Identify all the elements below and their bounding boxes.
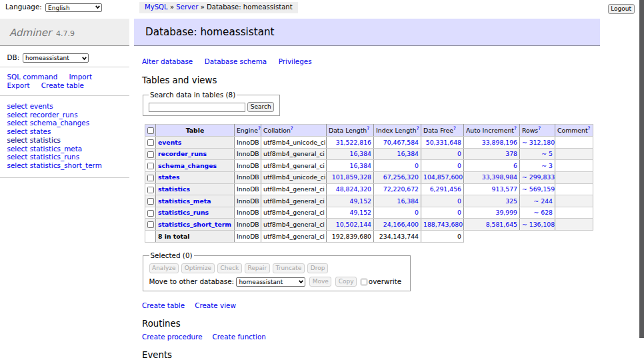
- table-name-link[interactable]: statistics_short_term: [158, 221, 231, 228]
- breadcrumb-mysql-link[interactable]: MySQL: [145, 3, 168, 11]
- data-free-link[interactable]: 50,331,648: [426, 139, 461, 146]
- rows-help-link[interactable]: ?: [538, 125, 541, 131]
- rows-link[interactable]: ~ 5: [541, 150, 553, 157]
- data-length-link[interactable]: 10,502,144: [336, 221, 371, 228]
- auto-increment-help-link[interactable]: ?: [514, 125, 517, 131]
- collation-help-link[interactable]: ?: [291, 125, 293, 131]
- repair-button[interactable]: Repair: [245, 263, 270, 273]
- optimize-button[interactable]: Optimize: [181, 263, 214, 273]
- table-name-link[interactable]: states: [158, 173, 180, 181]
- data-length-help-link[interactable]: ?: [367, 125, 369, 131]
- db-action-database-schema[interactable]: Database schema: [205, 57, 267, 65]
- create-procedure-link[interactable]: Create procedure: [142, 333, 203, 341]
- select-all-checkbox[interactable]: [147, 127, 154, 134]
- index-length-link[interactable]: 72,220,672: [383, 185, 419, 193]
- move-button[interactable]: Move: [309, 277, 331, 287]
- rows-link[interactable]: ~ 628: [534, 209, 553, 216]
- index-length-link[interactable]: 24,166,400: [383, 221, 419, 228]
- index-length-link[interactable]: 67,256,320: [383, 173, 419, 181]
- search-button[interactable]: Search: [247, 102, 274, 112]
- data-free-link[interactable]: 188,743,680: [423, 221, 463, 228]
- table-select-link[interactable]: select: [7, 102, 28, 110]
- engine-help-link[interactable]: ?: [258, 125, 261, 131]
- data-length-link[interactable]: 49,152: [349, 197, 371, 205]
- rows-link[interactable]: ~ 244: [534, 197, 553, 205]
- truncate-button[interactable]: Truncate: [273, 263, 305, 273]
- table-name-link[interactable]: recorder_runs: [158, 150, 207, 157]
- data-length-link[interactable]: 48,824,320: [336, 185, 371, 193]
- data-free-link[interactable]: 6,291,456: [430, 185, 461, 193]
- app-name[interactable]: Adminer: [9, 27, 51, 39]
- data-free-link[interactable]: 104,857,600: [423, 173, 463, 181]
- data-length-link[interactable]: 31,522,816: [336, 139, 371, 146]
- data-free-link[interactable]: 0: [457, 209, 461, 216]
- comment-help-link[interactable]: ?: [588, 125, 591, 131]
- db-select[interactable]: homeassistant: [23, 53, 89, 63]
- data-free-link[interactable]: 0: [457, 197, 461, 205]
- rows-link[interactable]: ~ 136,108: [522, 221, 555, 228]
- index-length-link[interactable]: 0: [415, 162, 419, 169]
- row-checkbox[interactable]: [147, 198, 154, 205]
- create-view-link[interactable]: Create view: [195, 301, 236, 309]
- index-length-link[interactable]: 16,384: [397, 150, 419, 157]
- breadcrumb-server-link[interactable]: Server: [176, 3, 198, 11]
- data-length-link[interactable]: 16,384: [349, 162, 371, 169]
- table-name-link[interactable]: statistics_meta: [158, 197, 211, 205]
- scrollbar-thumb[interactable]: [639, 0, 644, 338]
- auto-increment-link[interactable]: 913,577: [492, 185, 517, 193]
- table-select-link[interactable]: select: [7, 111, 28, 119]
- table-name-link[interactable]: statistics: [158, 185, 190, 193]
- rows-link[interactable]: ~ 569,159: [522, 185, 555, 193]
- auto-increment-link[interactable]: 6: [513, 162, 517, 169]
- table-name-link[interactable]: events: [158, 139, 181, 146]
- overwrite-checkbox[interactable]: [361, 279, 367, 285]
- table-select-link[interactable]: select: [7, 145, 28, 153]
- index-length-help-link[interactable]: ?: [417, 125, 419, 131]
- table-select-link[interactable]: select: [7, 127, 28, 135]
- table-name-link[interactable]: schema_changes: [158, 162, 217, 169]
- row-checkbox[interactable]: [147, 187, 154, 193]
- row-checkbox[interactable]: [147, 175, 154, 181]
- db-action-privileges[interactable]: Privileges: [279, 57, 312, 65]
- move-db-select[interactable]: homeassistant: [236, 277, 305, 287]
- auto-increment-link[interactable]: 33,898,196: [482, 139, 517, 146]
- auto-increment-link[interactable]: 325: [505, 197, 517, 205]
- data-free-help-link[interactable]: ?: [453, 125, 456, 131]
- language-select[interactable]: English: [45, 3, 102, 13]
- row-checkbox[interactable]: [147, 210, 154, 217]
- table-select-link[interactable]: select: [7, 119, 28, 127]
- data-length-link[interactable]: 101,859,328: [332, 173, 371, 181]
- sidebar-action-import[interactable]: Import: [69, 73, 93, 81]
- table-select-link[interactable]: select: [7, 161, 28, 169]
- logout-button[interactable]: Logout: [608, 4, 635, 14]
- table-select-link[interactable]: select: [7, 153, 28, 161]
- analyze-button[interactable]: Analyze: [149, 263, 179, 273]
- data-free-link[interactable]: 0: [457, 150, 461, 157]
- sidebar-action-export[interactable]: Export: [7, 81, 30, 89]
- drop-button[interactable]: Drop: [307, 263, 328, 273]
- data-length-link[interactable]: 16,384: [349, 150, 371, 157]
- rows-link[interactable]: ~ 312,180: [522, 139, 555, 146]
- check-button[interactable]: Check: [217, 263, 242, 273]
- row-checkbox[interactable]: [147, 139, 154, 146]
- table-structure-link[interactable]: states: [30, 127, 51, 135]
- row-checkbox[interactable]: [147, 151, 154, 158]
- search-input[interactable]: [149, 103, 245, 112]
- table-structure-link[interactable]: events: [30, 102, 53, 110]
- table-structure-link[interactable]: recorder_runs: [30, 111, 78, 119]
- rows-link[interactable]: ~ 3: [541, 162, 553, 169]
- table-name-link[interactable]: statistics_runs: [158, 209, 209, 216]
- index-length-link[interactable]: 16,384: [397, 197, 419, 205]
- index-length-link[interactable]: 70,467,584: [383, 139, 419, 146]
- auto-increment-link[interactable]: 39,999: [495, 209, 517, 216]
- create-function-link[interactable]: Create function: [213, 333, 266, 341]
- table-structure-link[interactable]: statistics_short_term: [30, 161, 102, 169]
- index-length-link[interactable]: 0: [415, 209, 419, 216]
- db-action-alter-database[interactable]: Alter database: [142, 57, 193, 65]
- table-structure-link[interactable]: statistics_runs: [30, 153, 79, 161]
- sidebar-action-create-table[interactable]: Create table: [41, 81, 84, 89]
- create-table-link[interactable]: Create table: [142, 301, 185, 309]
- auto-increment-link[interactable]: 8,581,645: [486, 221, 517, 228]
- sidebar-action-sql-command[interactable]: SQL command: [7, 73, 58, 81]
- table-structure-link[interactable]: schema_changes: [30, 119, 89, 127]
